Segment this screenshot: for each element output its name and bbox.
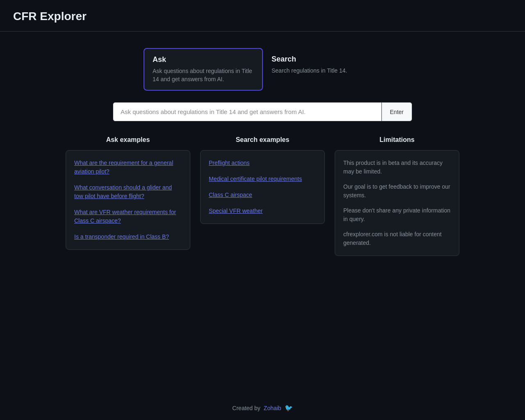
limitation-item-0: This product is in beta and its accuracy… <box>343 159 451 176</box>
tab-search[interactable]: Search Search regulations in Title 14. <box>263 48 381 91</box>
tab-ask-title: Ask <box>153 55 254 64</box>
tab-ask[interactable]: Ask Ask questions about regulations in T… <box>144 48 263 91</box>
ask-examples-title: Ask examples <box>66 136 190 144</box>
app-title: CFR Explorer <box>13 10 512 23</box>
search-examples-column: Search examples Preflight actions Medica… <box>200 136 325 256</box>
search-examples-title: Search examples <box>200 136 325 144</box>
ask-examples-box: What are the requirement for a general a… <box>66 150 190 250</box>
tabs-container: Ask Ask questions about regulations in T… <box>144 48 381 91</box>
search-input[interactable] <box>113 102 382 121</box>
ask-example-link-2[interactable]: What are VFR weather requirements for Cl… <box>74 208 182 225</box>
tab-ask-desc: Ask questions about regulations in Title… <box>153 67 254 83</box>
limitation-item-2: Please don't share any private informati… <box>343 206 451 224</box>
limitations-title: Limitations <box>335 136 459 144</box>
created-by-label: Created by <box>232 405 260 411</box>
limitations-box: This product is in beta and its accuracy… <box>335 150 459 256</box>
search-bar-container: Enter <box>113 102 412 121</box>
limitation-item-3: cfrexplorer.com is not liable for conten… <box>343 230 451 247</box>
tab-search-desc: Search regulations in Title 14. <box>272 67 373 75</box>
limitation-item-1: Our goal is to get feedback to improve o… <box>343 183 451 200</box>
search-examples-box: Preflight actions Medical certificate pi… <box>200 150 325 224</box>
ask-example-link-3[interactable]: Is a transponder required in Class B? <box>74 233 182 241</box>
ask-examples-column: Ask examples What are the requirement fo… <box>66 136 190 256</box>
app-header: CFR Explorer <box>0 0 525 32</box>
ask-example-link-0[interactable]: What are the requirement for a general a… <box>74 159 182 176</box>
main-content: Ask Ask questions about regulations in T… <box>0 32 525 272</box>
tab-search-title: Search <box>272 55 373 64</box>
ask-example-link-1[interactable]: What conversation should a glider and to… <box>74 183 182 201</box>
search-example-link-2[interactable]: Class C airspace <box>209 191 316 199</box>
columns-container: Ask examples What are the requirement fo… <box>66 136 459 256</box>
author-link[interactable]: Zohaib <box>264 405 281 411</box>
limitations-column: Limitations This product is in beta and … <box>335 136 459 256</box>
search-example-link-1[interactable]: Medical certificate pilot requirements <box>209 175 316 183</box>
search-example-link-3[interactable]: Special VFR weather <box>209 207 316 215</box>
twitter-icon: 🐦 <box>285 404 293 412</box>
search-example-link-0[interactable]: Preflight actions <box>209 159 316 167</box>
footer: Created by Zohaib 🐦 <box>0 396 525 420</box>
enter-button[interactable]: Enter <box>382 102 412 121</box>
